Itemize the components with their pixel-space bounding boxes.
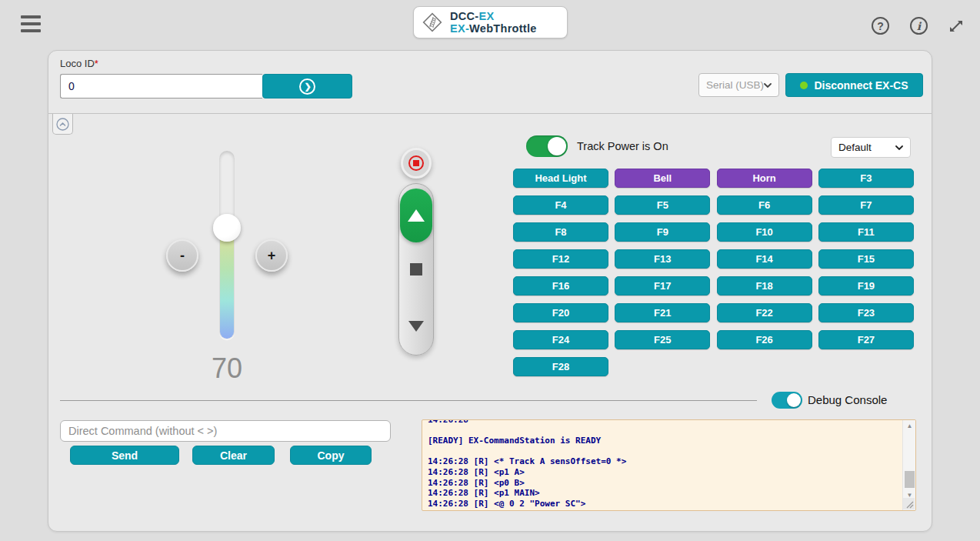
collapse-panel-button[interactable] [52, 114, 73, 135]
function-button-f22[interactable]: F22 [717, 303, 812, 322]
function-button-f10[interactable]: F10 [717, 222, 812, 242]
function-button-f15[interactable]: F15 [818, 249, 914, 269]
circle-chevron-right-icon: ❯ [299, 78, 315, 95]
ex-webthrottle-app: DCC-EX EX-WebThrottle ? i Loco ID* ❯ Ser… [0, 0, 980, 541]
fullscreen-expand-icon[interactable] [947, 17, 965, 35]
console-line: 14:26:28 [R] <* Track A sensOffset=0 *> [428, 456, 900, 467]
acquire-loco-button[interactable]: ❯ [262, 74, 352, 99]
console-line [428, 446, 900, 457]
debug-console-toggle[interactable] [772, 392, 802, 409]
loco-id-input[interactable] [60, 74, 262, 99]
function-button-f13[interactable]: F13 [615, 249, 710, 269]
function-button-head-light[interactable]: Head Light [513, 169, 608, 188]
function-button-f12[interactable]: F12 [513, 249, 608, 269]
function-grid: Head LightBellHornF3F4F5F6F7F8F9F10F11F1… [513, 169, 914, 376]
function-button-f27[interactable]: F27 [818, 330, 914, 349]
send-command-button[interactable]: Send [70, 446, 179, 465]
speed-decrease-button[interactable]: - [166, 239, 198, 272]
function-button-horn[interactable]: Horn [717, 169, 812, 188]
function-button-f23[interactable]: F23 [818, 303, 914, 322]
console-line: 14:26:28 [R] <@ 0 2 "Power SC"> [428, 499, 900, 509]
console-log: 14:26:28 [READY] EX-CommandStation is RE… [428, 419, 900, 510]
function-button-f25[interactable]: F25 [615, 330, 710, 349]
debug-console-label: Debug Console [808, 393, 887, 406]
function-button-f5[interactable]: F5 [615, 195, 710, 215]
direction-stop-button[interactable] [410, 263, 422, 276]
loco-id-label: Loco ID* [60, 58, 98, 69]
speed-increase-button[interactable]: + [255, 239, 288, 272]
connected-status-dot [800, 82, 808, 89]
speed-value: 70 [188, 352, 265, 385]
speed-slider-thumb[interactable] [213, 214, 241, 242]
hamburger-menu-icon[interactable] [21, 15, 41, 33]
function-profile-select[interactable]: Default [831, 137, 911, 158]
function-button-f9[interactable]: F9 [615, 222, 710, 242]
track-power-toggle[interactable] [526, 135, 568, 157]
required-asterisk: * [95, 58, 98, 69]
logo-text: DCC-EX EX-WebThrottle [450, 10, 537, 35]
function-button-f24[interactable]: F24 [513, 330, 608, 349]
chevron-up-circle-icon [56, 118, 69, 131]
function-button-f4[interactable]: F4 [513, 195, 608, 215]
chevron-down-icon [895, 145, 903, 150]
function-button-f8[interactable]: F8 [513, 222, 608, 242]
function-button-f16[interactable]: F16 [513, 276, 608, 296]
debug-console-output: 14:26:28 [READY] EX-CommandStation is RE… [422, 419, 916, 511]
console-line [428, 426, 900, 436]
direction-forward-button[interactable] [400, 189, 432, 242]
console-line: [READY] EX-CommandStation is READY [428, 436, 900, 446]
copy-console-button[interactable]: Copy [290, 446, 372, 465]
clear-console-button[interactable]: Clear [192, 446, 275, 465]
app-logo: DCC-EX EX-WebThrottle [413, 6, 568, 38]
console-line: 14:26:28 [R] <p1 MAIN> [428, 488, 900, 499]
function-button-f14[interactable]: F14 [717, 249, 812, 269]
direct-command-input[interactable] [60, 420, 391, 442]
dcc-ex-diamond-logo-icon [420, 10, 445, 35]
stop-record-icon [408, 155, 424, 171]
port-select[interactable]: Serial (USB) [698, 73, 779, 97]
debug-divider [60, 400, 757, 401]
function-button-f17[interactable]: F17 [615, 276, 710, 296]
console-scrollbar[interactable]: ▲ ▼ [902, 420, 915, 510]
triangle-up-icon [408, 209, 425, 222]
direction-reverse-button[interactable] [408, 321, 424, 332]
track-power-label: Track Power is On [577, 140, 668, 152]
resize-grip-icon [903, 498, 915, 509]
chevron-down-icon [764, 83, 772, 88]
console-line: 14:26:28 [R] <p0 B> [428, 478, 900, 489]
function-button-bell[interactable]: Bell [615, 169, 710, 188]
console-line: 14:26:28 [428, 419, 900, 426]
info-icon[interactable]: i [910, 17, 928, 35]
function-button-f6[interactable]: F6 [717, 195, 812, 215]
section-divider [48, 113, 932, 114]
emergency-stop-button[interactable] [401, 148, 432, 179]
scrollbar-thumb[interactable] [905, 471, 915, 488]
function-button-f19[interactable]: F19 [818, 276, 914, 296]
disconnect-button[interactable]: Disconnect EX-CS [785, 73, 923, 97]
speed-slider-track[interactable] [219, 151, 235, 339]
function-button-f3[interactable]: F3 [818, 169, 914, 188]
scroll-up-icon[interactable]: ▲ [903, 422, 916, 431]
function-button-f20[interactable]: F20 [513, 303, 608, 322]
function-button-f18[interactable]: F18 [717, 276, 812, 296]
function-button-f26[interactable]: F26 [717, 330, 812, 349]
function-button-f11[interactable]: F11 [818, 222, 914, 242]
function-button-f21[interactable]: F21 [615, 303, 710, 322]
function-button-f7[interactable]: F7 [818, 195, 914, 215]
function-button-f28[interactable]: F28 [513, 357, 608, 376]
resize-grip[interactable] [903, 498, 915, 509]
console-line: 14:26:28 [R] <p1 A> [428, 467, 900, 478]
help-icon[interactable]: ? [872, 17, 889, 35]
